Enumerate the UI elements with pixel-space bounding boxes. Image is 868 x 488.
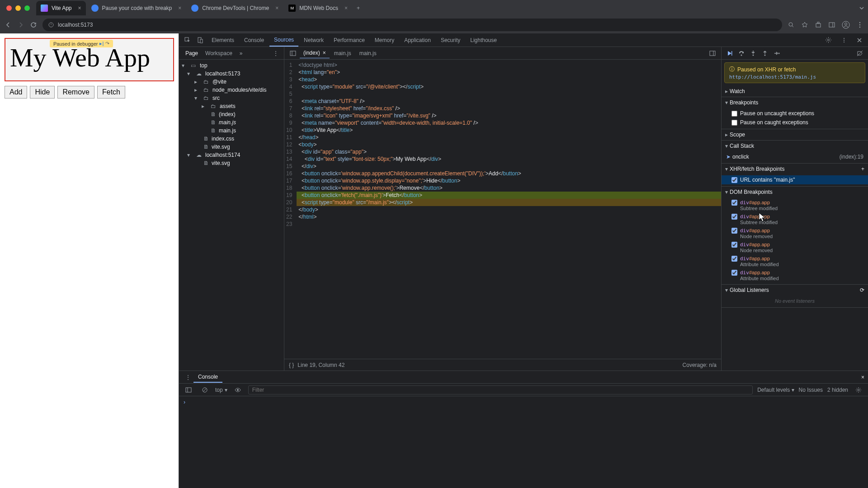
drawer-menu-icon[interactable]: ⋮: [183, 372, 193, 382]
tree-folder-src[interactable]: ▾🗀src: [179, 94, 284, 102]
browser-tab-chrome-devtools[interactable]: Chrome DevTools | Chrome ×: [187, 1, 283, 15]
close-devtools-icon[interactable]: [854, 35, 865, 45]
close-icon[interactable]: ×: [323, 50, 326, 56]
dom-breakpoint-item[interactable]: div#app.appSubtree modified: [722, 198, 868, 212]
dom-breakpoint-item[interactable]: div#app.appNode removed: [722, 240, 868, 254]
panel-console[interactable]: Console: [240, 34, 269, 46]
menu-icon[interactable]: [856, 21, 863, 28]
format-icon[interactable]: { }: [289, 362, 294, 368]
console-filter-input[interactable]: [248, 385, 753, 394]
browser-tab-devtools-article[interactable]: Pause your code with breakp ×: [87, 1, 186, 15]
editor-tab-mainjs[interactable]: main.js: [330, 48, 355, 58]
sidebar-tab-workspace[interactable]: Workspace: [202, 48, 236, 58]
section-global-listeners[interactable]: ▾Global Listeners⟳: [722, 285, 868, 296]
step-button[interactable]: [773, 50, 780, 57]
console-output[interactable]: ›: [179, 396, 868, 488]
bookmark-icon[interactable]: [801, 21, 808, 28]
add-button[interactable]: Add: [5, 86, 27, 99]
back-button[interactable]: [5, 21, 12, 28]
context-selector[interactable]: top▾: [215, 387, 227, 393]
tree-host[interactable]: ▾☁localhost:5173: [179, 70, 284, 78]
panel-performance[interactable]: Performance: [329, 34, 369, 46]
resume-button[interactable]: [726, 50, 733, 57]
panel-sources[interactable]: Sources: [269, 34, 298, 47]
close-drawer-icon[interactable]: ×: [861, 374, 864, 380]
sidebar-tab-page[interactable]: Page: [182, 48, 202, 58]
zoom-icon[interactable]: [788, 21, 795, 28]
section-scope[interactable]: ▸Scope: [722, 129, 868, 140]
profile-icon[interactable]: [842, 21, 850, 29]
fetch-button[interactable]: Fetch: [97, 86, 125, 99]
toggle-debugger-icon[interactable]: [707, 48, 718, 58]
sidebar-more-icon[interactable]: »: [236, 48, 246, 58]
live-expression-icon[interactable]: [232, 385, 244, 395]
section-dom-breakpoints[interactable]: ▾DOM Breakpoints: [722, 187, 868, 197]
maximize-window-button[interactable]: [24, 5, 30, 11]
dom-breakpoint-item[interactable]: div#app.appSubtree modified: [722, 212, 868, 226]
dom-breakpoint-item[interactable]: div#app.appAttribute modified: [722, 268, 868, 282]
step-out-button[interactable]: [761, 50, 769, 57]
close-tab-icon[interactable]: ×: [178, 5, 181, 11]
close-tab-icon[interactable]: ×: [78, 5, 81, 11]
site-info-icon[interactable]: [48, 22, 54, 28]
tree-file-vitesvg2[interactable]: 🗎vite.svg: [179, 159, 284, 167]
call-stack-frame[interactable]: ➤onclick(index):19: [722, 152, 868, 161]
tree-file-indexcss[interactable]: 🗎index.css: [179, 135, 284, 143]
panel-lighthouse[interactable]: Lighthouse: [466, 34, 501, 46]
step-icon[interactable]: ↷: [105, 41, 109, 47]
close-tab-icon[interactable]: ×: [275, 5, 278, 11]
console-tab[interactable]: Console: [193, 372, 222, 383]
inspect-icon[interactable]: [182, 35, 193, 45]
reload-button[interactable]: [30, 21, 37, 28]
remove-button[interactable]: Remove: [57, 86, 94, 99]
browser-tab-mdn[interactable]: M MDN Web Docs ×: [284, 1, 352, 15]
new-tab-button[interactable]: +: [353, 5, 363, 11]
dom-breakpoint-item[interactable]: div#app.appAttribute modified: [722, 254, 868, 268]
xhr-breakpoint-item[interactable]: URL contains "main.js": [722, 175, 868, 184]
device-icon[interactable]: [194, 35, 206, 45]
panel-network[interactable]: Network: [299, 34, 328, 46]
issues-count[interactable]: No Issues: [799, 387, 823, 393]
hidden-count[interactable]: 2 hidden: [827, 387, 848, 393]
url-bar[interactable]: localhost:5173: [42, 19, 782, 31]
add-icon[interactable]: +: [861, 166, 864, 172]
tree-file-mainjs[interactable]: 🗎main.js: [179, 118, 284, 127]
browser-tab-vite[interactable]: Vite App ×: [36, 1, 86, 15]
chevron-down-icon[interactable]: [859, 5, 864, 11]
side-panel-icon[interactable]: [828, 21, 835, 28]
refresh-icon[interactable]: ⟳: [860, 287, 864, 293]
more-icon[interactable]: [838, 35, 850, 45]
section-xhr-breakpoints[interactable]: ▾XHR/fetch Breakpoints+: [722, 164, 868, 174]
section-call-stack[interactable]: ▾Call Stack: [722, 141, 868, 151]
close-window-button[interactable]: [6, 5, 12, 11]
tree-folder-nodemodules[interactable]: ▸🗀node_modules/vite/dis: [179, 86, 284, 94]
log-levels-selector[interactable]: Default levels ▾: [757, 387, 794, 393]
close-tab-icon[interactable]: ×: [344, 5, 348, 11]
tree-file-vitesvg[interactable]: 🗎vite.svg: [179, 143, 284, 151]
sidebar-menu-icon[interactable]: ⋮: [270, 48, 281, 58]
tree-host2[interactable]: ▾☁localhost:5174: [179, 151, 284, 159]
resume-icon[interactable]: ▸|: [99, 41, 104, 47]
editor-tab-index[interactable]: (index)×: [300, 48, 330, 58]
section-breakpoints[interactable]: ▾Breakpoints: [722, 97, 868, 108]
toggle-navigator-icon[interactable]: [287, 48, 299, 58]
dom-breakpoint-item[interactable]: div#app.appNode removed: [722, 226, 868, 240]
editor-tab-mainjs2[interactable]: main.js: [356, 48, 380, 58]
deactivate-breakpoints-button[interactable]: [856, 50, 863, 57]
forward-button[interactable]: [17, 21, 24, 28]
panel-application[interactable]: Application: [400, 34, 435, 46]
gear-icon[interactable]: [822, 35, 835, 45]
panel-security[interactable]: Security: [436, 34, 465, 46]
panel-elements[interactable]: Elements: [207, 34, 239, 46]
pause-caught-checkbox[interactable]: Pause on caught exceptions: [722, 118, 868, 127]
extensions-icon[interactable]: [815, 21, 822, 28]
console-sidebar-icon[interactable]: [183, 385, 194, 395]
step-over-button[interactable]: [738, 50, 745, 57]
tree-folder-assets[interactable]: ▸🗀assets: [179, 102, 284, 110]
tree-file-index[interactable]: 🗎(index): [179, 110, 284, 118]
section-watch[interactable]: ▸Watch: [722, 86, 868, 97]
minimize-window-button[interactable]: [15, 5, 21, 11]
pause-uncaught-checkbox[interactable]: Pause on uncaught exceptions: [722, 109, 868, 118]
code-editor[interactable]: 1234567891011121314151617181920212223 <!…: [284, 60, 721, 359]
tree-top[interactable]: ▾▭top: [179, 61, 284, 70]
